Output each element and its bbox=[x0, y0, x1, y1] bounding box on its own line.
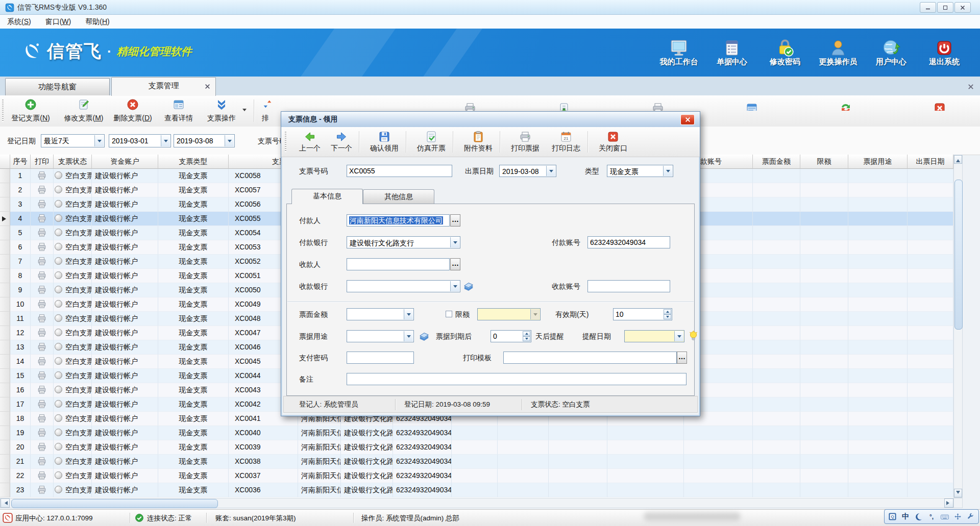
banner-action-3[interactable]: 更换操作员 bbox=[812, 35, 865, 67]
print-row-icon[interactable] bbox=[37, 171, 46, 179]
cell-print[interactable] bbox=[31, 212, 54, 226]
column-header-account[interactable]: 资金账户 bbox=[92, 155, 158, 169]
column-header-type[interactable]: 支票类型 bbox=[158, 155, 229, 169]
scroll-down-icon[interactable] bbox=[954, 489, 962, 497]
remind-date-combo[interactable] bbox=[624, 330, 684, 342]
combo-arrow-icon[interactable] bbox=[450, 237, 459, 247]
scroll-right-icon[interactable] bbox=[944, 498, 953, 508]
cell-print[interactable] bbox=[31, 397, 54, 412]
print-row-icon[interactable] bbox=[37, 214, 46, 222]
date-to-combo[interactable]: 2019-03-08 bbox=[174, 134, 235, 147]
print-row-icon[interactable] bbox=[37, 299, 46, 308]
toolbar-button-1[interactable]: 修改支票(M) bbox=[60, 97, 107, 125]
template-picker-button[interactable]: … bbox=[677, 352, 687, 364]
combo-arrow-icon[interactable] bbox=[450, 281, 459, 291]
usage-combo[interactable] bbox=[347, 330, 414, 342]
payer-input[interactable]: 河南新阳天信息技术有限公司 bbox=[347, 214, 450, 227]
cell-print[interactable] bbox=[31, 412, 54, 426]
cell-print[interactable] bbox=[31, 269, 54, 283]
column-header-limit[interactable]: 限额 bbox=[800, 155, 848, 169]
close-button[interactable] bbox=[954, 2, 971, 13]
print-row-icon[interactable] bbox=[37, 328, 46, 336]
close-icon[interactable] bbox=[934, 102, 946, 111]
column-header-status[interactable]: 支票状态 bbox=[54, 155, 92, 169]
ime-keyboard-icon[interactable] bbox=[940, 512, 950, 522]
print-row-icon[interactable] bbox=[37, 457, 46, 465]
ime-moon-icon[interactable] bbox=[914, 512, 924, 522]
tabstrip-close-icon[interactable] bbox=[968, 82, 974, 91]
date-preset-combo[interactable]: 最近7天 bbox=[41, 134, 105, 147]
dialog-toolbar-button-6[interactable]: 21打印日志 bbox=[547, 130, 585, 155]
ime-punct-toggle[interactable]: °, bbox=[926, 512, 937, 522]
dialog-toolbar-button-1[interactable]: 下一个 bbox=[327, 130, 356, 155]
cell-print[interactable] bbox=[31, 226, 54, 240]
dialog-toolbar-button-7[interactable]: 关闭窗口 bbox=[594, 130, 632, 155]
horizontal-scroll-thumb[interactable] bbox=[11, 499, 218, 508]
maximize-button[interactable] bbox=[937, 2, 953, 13]
check-no-input[interactable]: XC0055 bbox=[347, 165, 452, 177]
banner-action-5[interactable]: 退出系统 bbox=[918, 35, 971, 67]
table-row[interactable]: 21空白支票建设银行帐户现金支票XC0038河南新阳天信息建设银行文化路支行62… bbox=[0, 455, 953, 469]
toolbar-button-3[interactable]: 查看详情 bbox=[158, 97, 199, 125]
vertical-scrollbar[interactable] bbox=[953, 155, 963, 498]
cell-print[interactable] bbox=[31, 169, 54, 183]
cell-print[interactable] bbox=[31, 455, 54, 469]
export-icon[interactable] bbox=[558, 102, 570, 111]
table-row[interactable]: 22空白支票建设银行帐户现金支票XC0037河南新阳天信息建设银行文化路支行62… bbox=[0, 469, 953, 483]
refresh-icon[interactable] bbox=[840, 102, 852, 111]
menu-item-0[interactable]: 系统(S) bbox=[7, 17, 31, 27]
dialog-toolbar-button-0[interactable]: 上一个 bbox=[296, 130, 324, 155]
cell-print[interactable] bbox=[31, 340, 54, 355]
banner-action-4[interactable]: 用户中心 bbox=[865, 35, 918, 67]
cell-print[interactable] bbox=[31, 440, 54, 455]
due-after-spinner[interactable]: 0 bbox=[491, 330, 531, 342]
validity-spinner[interactable]: 10 bbox=[613, 308, 672, 320]
payer-bank-combo[interactable]: 建设银行文化路支行 bbox=[347, 236, 460, 248]
toolbar-button-0[interactable]: 登记支票(N) bbox=[4, 97, 57, 125]
cell-print[interactable] bbox=[31, 426, 54, 440]
print-row-icon[interactable] bbox=[37, 485, 46, 493]
payee-input[interactable] bbox=[347, 258, 450, 270]
print-row-icon[interactable] bbox=[37, 414, 46, 422]
ime-logo-icon[interactable]: Q bbox=[888, 512, 898, 522]
toolbar-button-2[interactable]: 删除支票(D) bbox=[110, 97, 156, 125]
ime-lang-toggle[interactable]: 中 bbox=[900, 512, 911, 522]
combo-arrow-icon[interactable] bbox=[404, 309, 413, 319]
scroll-up-icon[interactable] bbox=[954, 155, 962, 164]
dialog-toolbar-button-2[interactable]: 确认领用 bbox=[365, 130, 404, 155]
cell-print[interactable] bbox=[31, 240, 54, 255]
tab-check-management[interactable]: 支票管理 bbox=[111, 77, 216, 96]
table-row[interactable]: 23空白支票建设银行帐户现金支票XC0036河南新阳天信息建设银行文化路支行62… bbox=[0, 483, 953, 497]
ime-move-icon[interactable] bbox=[952, 512, 963, 522]
cell-print[interactable] bbox=[31, 183, 54, 197]
cell-print[interactable] bbox=[31, 469, 54, 483]
dialog-toolbar-button-3[interactable]: 仿真开票 bbox=[412, 130, 451, 155]
cell-print[interactable] bbox=[31, 255, 54, 269]
cell-print[interactable] bbox=[31, 312, 54, 326]
cell-print[interactable] bbox=[31, 483, 54, 497]
menu-item-2[interactable]: 帮助(H) bbox=[85, 17, 109, 27]
print-row-icon[interactable] bbox=[37, 257, 46, 265]
print-row-icon[interactable] bbox=[37, 385, 46, 393]
payee-bank-combo[interactable] bbox=[347, 280, 460, 292]
dialog-toolbar-button-4[interactable]: 附件资料 bbox=[459, 130, 498, 155]
column-header-issue_date[interactable]: 出票日期 bbox=[908, 155, 953, 169]
template-input[interactable] bbox=[503, 352, 677, 364]
banner-action-1[interactable]: 单据中心 bbox=[705, 35, 758, 67]
combo-arrow-icon[interactable] bbox=[546, 166, 555, 176]
preview-icon[interactable] bbox=[652, 102, 664, 111]
horizontal-scrollbar[interactable] bbox=[0, 498, 953, 508]
combo-arrow-icon[interactable] bbox=[225, 135, 234, 146]
payer-picker-button[interactable]: … bbox=[450, 214, 460, 227]
print-row-icon[interactable] bbox=[37, 357, 46, 365]
cell-print[interactable] bbox=[31, 297, 54, 312]
limit-checkbox[interactable] bbox=[446, 311, 452, 317]
usage-book-icon[interactable] bbox=[419, 331, 430, 342]
toolbar-button-4[interactable]: 支票操作 bbox=[202, 97, 241, 125]
print-row-icon[interactable] bbox=[37, 185, 46, 193]
check-type-combo[interactable]: 现金支票 bbox=[607, 165, 673, 177]
date-from-combo[interactable]: 2019-03-01 bbox=[109, 134, 171, 147]
print-row-icon[interactable] bbox=[37, 442, 46, 450]
tab-function-navigator[interactable]: 功能导航窗 bbox=[5, 78, 110, 95]
column-header-usage[interactable]: 票据用途 bbox=[848, 155, 908, 169]
